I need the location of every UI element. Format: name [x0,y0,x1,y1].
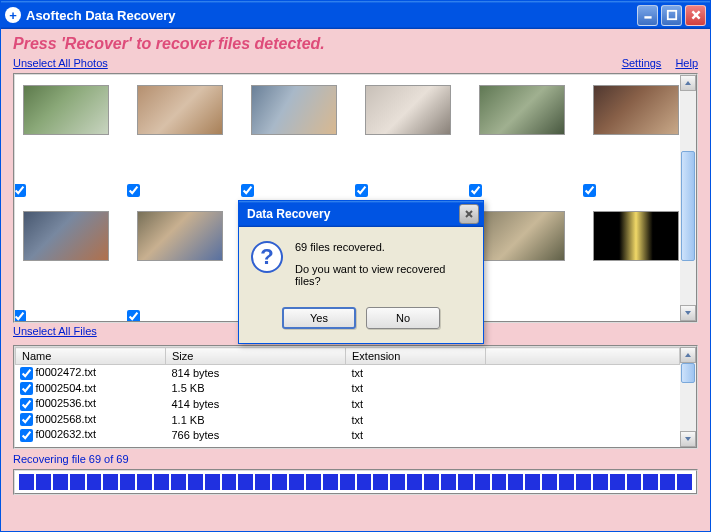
file-checkbox[interactable] [20,367,33,380]
unselect-all-files-link[interactable]: Unselect All Files [13,325,97,337]
table-row[interactable]: f0002472.txt814 bytestxt [16,365,680,381]
photo-thumb[interactable] [23,85,109,185]
photo-checkbox[interactable] [127,310,140,321]
svg-marker-6 [685,353,691,357]
dialog-titlebar: Data Recovery [239,201,483,227]
scroll-up-icon[interactable] [680,75,696,91]
settings-link[interactable]: Settings [622,57,662,69]
photo-thumb[interactable] [23,211,109,311]
table-row[interactable]: f0002632.txt766 bytestxt [16,427,680,443]
no-button[interactable]: No [366,307,440,329]
photo-checkbox[interactable] [127,184,140,197]
col-blank [486,348,680,365]
file-table: Name Size Extension f0002472.txt814 byte… [15,347,680,443]
svg-marker-7 [685,437,691,441]
app-icon: + [5,7,21,23]
close-button[interactable] [685,5,706,26]
photo-checkbox[interactable] [469,184,482,197]
photo-scrollbar[interactable] [680,75,696,321]
photo-checkbox[interactable] [355,184,368,197]
col-size[interactable]: Size [166,348,346,365]
scroll-down-icon[interactable] [680,431,696,447]
file-panel: Name Size Extension f0002472.txt814 byte… [13,345,698,449]
unselect-all-photos-link[interactable]: Unselect All Photos [13,57,108,69]
photo-thumb[interactable] [251,85,337,185]
maximize-button[interactable] [661,5,682,26]
file-checkbox[interactable] [20,413,33,426]
svg-marker-4 [685,81,691,85]
col-ext[interactable]: Extension [346,348,486,365]
file-checkbox[interactable] [20,382,33,395]
status-text: Recovering file 69 of 69 [1,449,710,467]
table-row[interactable]: f0002568.txt1.1 KBtxt [16,412,680,428]
scroll-up-icon[interactable] [680,347,696,363]
dialog-title: Data Recovery [243,207,459,221]
file-checkbox[interactable] [20,429,33,442]
yes-button[interactable]: Yes [282,307,356,329]
photo-thumb[interactable] [365,85,451,185]
titlebar: + Asoftech Data Recovery [1,1,710,29]
table-row[interactable]: f0002536.txt414 bytestxt [16,396,680,412]
file-scrollbar[interactable] [680,347,696,447]
photo-thumb[interactable] [479,85,565,185]
photo-checkbox[interactable] [241,184,254,197]
progress-bar [13,469,698,495]
recovery-dialog: Data Recovery ? 69 files recovered. Do y… [238,200,484,344]
dialog-message-2: Do you want to view recovered files? [295,263,471,287]
window-title: Asoftech Data Recovery [26,8,637,23]
instruction-text: Press 'Recover' to recover files detecte… [1,29,710,55]
col-name[interactable]: Name [16,348,166,365]
photo-thumb[interactable] [593,211,679,311]
photo-checkbox[interactable] [15,184,26,197]
svg-rect-1 [667,11,675,19]
scroll-thumb[interactable] [681,151,695,261]
photo-checkbox[interactable] [583,184,596,197]
file-checkbox[interactable] [20,398,33,411]
photo-thumb[interactable] [137,85,223,185]
photo-thumb[interactable] [137,211,223,311]
photo-thumb[interactable] [479,211,565,311]
scroll-thumb[interactable] [681,363,695,383]
question-icon: ? [251,241,283,273]
photo-thumb[interactable] [593,85,679,185]
minimize-button[interactable] [637,5,658,26]
photo-checkbox[interactable] [15,310,26,321]
table-row[interactable]: f0002504.txt1.5 KBtxt [16,381,680,397]
scroll-down-icon[interactable] [680,305,696,321]
dialog-close-button[interactable] [459,204,479,224]
help-link[interactable]: Help [675,57,698,69]
svg-marker-5 [685,311,691,315]
dialog-message-1: 69 files recovered. [295,241,471,253]
